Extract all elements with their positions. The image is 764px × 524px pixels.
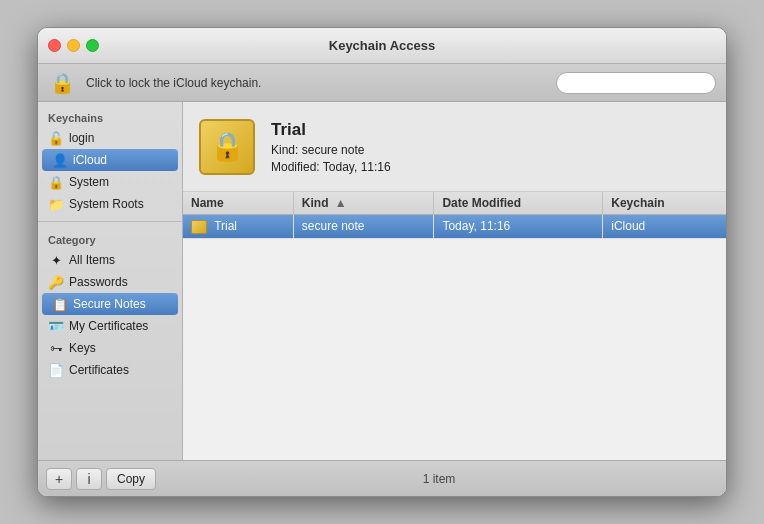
titlebar: Keychain Access — [38, 28, 726, 64]
sidebar-item-login-label: login — [69, 131, 94, 145]
col-keychain[interactable]: Keychain — [603, 192, 726, 215]
item-name: Trial — [271, 120, 391, 140]
detail-header: 🔒 Trial Kind: secure note Modified: Toda… — [183, 102, 726, 192]
sidebar-item-certificates[interactable]: 📄 Certificates — [38, 359, 182, 381]
secure-notes-icon: 📋 — [52, 296, 68, 312]
sidebar-item-icloud-label: iCloud — [73, 153, 107, 167]
kind-value: secure note — [302, 143, 365, 157]
cell-date-modified: Today, 11:16 — [434, 215, 603, 239]
copy-button[interactable]: Copy — [106, 468, 156, 490]
sidebar-item-certificates-label: Certificates — [69, 363, 129, 377]
sidebar-item-keys[interactable]: 🗝 Keys — [38, 337, 182, 359]
col-keychain-label: Keychain — [611, 196, 664, 210]
cell-kind: secure note — [293, 215, 434, 239]
sidebar-item-system[interactable]: 🔒 System — [38, 171, 182, 193]
sidebar-item-secure-notes[interactable]: 📋 Secure Notes — [42, 293, 178, 315]
sidebar-item-login[interactable]: 🔓 login — [38, 127, 182, 149]
item-modified: Modified: Today, 11:16 — [271, 160, 391, 174]
bottom-toolbar: + i Copy 1 item — [38, 460, 726, 496]
sidebar-item-system-label: System — [69, 175, 109, 189]
modified-label: Modified: — [271, 160, 320, 174]
copy-label: Copy — [117, 472, 145, 486]
sidebar-item-icloud[interactable]: 👤 iCloud — [42, 149, 178, 171]
sidebar-item-my-certificates[interactable]: 🪪 My Certificates — [38, 315, 182, 337]
passwords-icon: 🔑 — [48, 274, 64, 290]
system-roots-icon: 📁 — [48, 196, 64, 212]
traffic-lights — [48, 39, 99, 52]
sort-indicator: ▲ — [335, 196, 347, 210]
main-content: Keychains 🔓 login 👤 iCloud 🔒 System 📁 Sy… — [38, 102, 726, 460]
category-section-label: Category — [38, 228, 182, 249]
sidebar-item-all-items-label: All Items — [69, 253, 115, 267]
sidebar-item-all-items[interactable]: ✦ All Items — [38, 249, 182, 271]
cell-keychain: iCloud — [603, 215, 726, 239]
col-date-label: Date Modified — [442, 196, 521, 210]
app-window: Keychain Access 🔒 Click to lock the iClo… — [37, 27, 727, 497]
table-container: Name Kind ▲ Date Modified Keychain — [183, 192, 726, 460]
window-title: Keychain Access — [329, 38, 435, 53]
all-items-icon: ✦ — [48, 252, 64, 268]
system-icon: 🔒 — [48, 174, 64, 190]
items-table: Name Kind ▲ Date Modified Keychain — [183, 192, 726, 239]
sidebar-item-passwords[interactable]: 🔑 Passwords — [38, 271, 182, 293]
search-input[interactable] — [556, 72, 716, 94]
login-icon: 🔓 — [48, 130, 64, 146]
keychains-section-label: Keychains — [38, 106, 182, 127]
detail-pane: 🔒 Trial Kind: secure note Modified: Toda… — [183, 102, 726, 460]
add-icon: + — [55, 471, 63, 487]
add-button[interactable]: + — [46, 468, 72, 490]
col-kind[interactable]: Kind ▲ — [293, 192, 434, 215]
my-certificates-icon: 🪪 — [48, 318, 64, 334]
table-row[interactable]: Trial secure note Today, 11:16 iCloud — [183, 215, 726, 239]
table-header-row: Name Kind ▲ Date Modified Keychain — [183, 192, 726, 215]
lock-text: Click to lock the iCloud keychain. — [86, 76, 546, 90]
item-kind: Kind: secure note — [271, 143, 391, 157]
row-name-value: Trial — [214, 219, 237, 233]
lock-icon[interactable]: 🔒 — [48, 69, 76, 97]
item-icon: 🔒 — [199, 119, 255, 175]
row-icon — [191, 220, 207, 234]
kind-label: Kind: — [271, 143, 298, 157]
sidebar-item-passwords-label: Passwords — [69, 275, 128, 289]
col-name-label: Name — [191, 196, 224, 210]
sidebar-divider — [38, 221, 182, 222]
sidebar-item-secure-notes-label: Secure Notes — [73, 297, 146, 311]
sidebar-item-system-roots-label: System Roots — [69, 197, 144, 211]
col-date-modified[interactable]: Date Modified — [434, 192, 603, 215]
sidebar-item-my-certificates-label: My Certificates — [69, 319, 148, 333]
close-button[interactable] — [48, 39, 61, 52]
cell-name: Trial — [183, 215, 293, 239]
sidebar-item-keys-label: Keys — [69, 341, 96, 355]
keys-icon: 🗝 — [48, 340, 64, 356]
icloud-icon: 👤 — [52, 152, 68, 168]
col-kind-label: Kind — [302, 196, 329, 210]
minimize-button[interactable] — [67, 39, 80, 52]
info-icon: i — [87, 471, 90, 487]
item-count: 1 item — [160, 472, 718, 486]
col-name[interactable]: Name — [183, 192, 293, 215]
sidebar: Keychains 🔓 login 👤 iCloud 🔒 System 📁 Sy… — [38, 102, 183, 460]
sidebar-item-system-roots[interactable]: 📁 System Roots — [38, 193, 182, 215]
search-wrapper: 🔍 — [556, 72, 716, 94]
maximize-button[interactable] — [86, 39, 99, 52]
lockbar: 🔒 Click to lock the iCloud keychain. 🔍 — [38, 64, 726, 102]
info-button[interactable]: i — [76, 468, 102, 490]
detail-info: Trial Kind: secure note Modified: Today,… — [271, 120, 391, 174]
modified-value: Today, 11:16 — [323, 160, 391, 174]
certificates-icon: 📄 — [48, 362, 64, 378]
